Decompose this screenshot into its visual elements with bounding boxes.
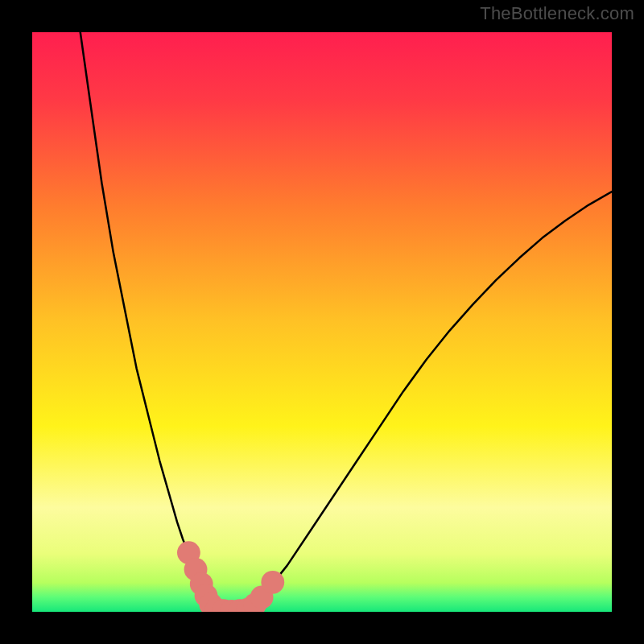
plot-area (32, 32, 612, 612)
attribution-text: TheBottleneck.com (480, 3, 634, 24)
chart-svg (32, 32, 612, 612)
chart-frame: TheBottleneck.com (0, 0, 644, 644)
chart-background (32, 32, 612, 612)
marker-point (261, 571, 284, 594)
